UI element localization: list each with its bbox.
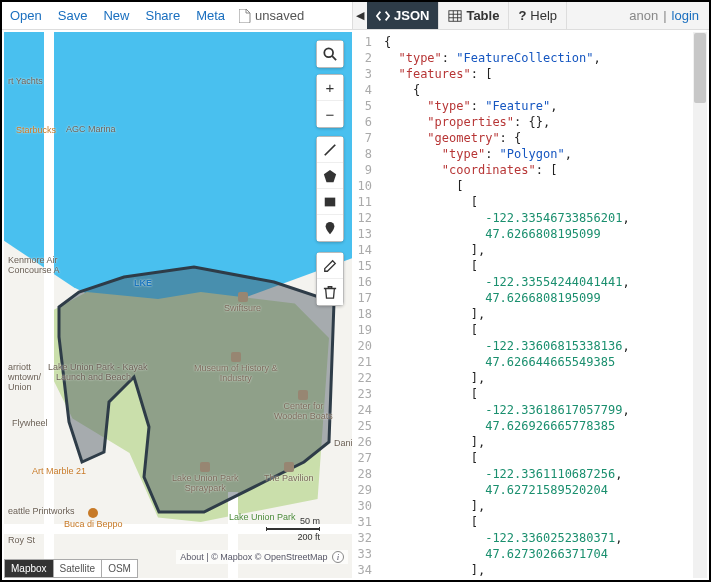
lbl-marriott1: arriott [8, 362, 31, 372]
svg-point-2 [324, 48, 333, 57]
polygon-icon [323, 169, 337, 183]
lbl-kayak1: Lake Union Park - Kayak [48, 362, 148, 372]
file-status: unsaved [233, 8, 310, 23]
search-icon [323, 47, 337, 61]
pane-tabs: ◀ JSON Table ? Help anon | login [352, 2, 709, 29]
map-attribution: About | © Mapbox © OpenStreetMap i [176, 550, 348, 564]
basemap-osm[interactable]: OSM [102, 559, 138, 578]
lbl-artmarble: Art Marble 21 [32, 466, 86, 476]
geojson-polygon[interactable] [4, 32, 352, 578]
lbl-lke: LKE [134, 278, 152, 288]
svg-rect-4 [325, 197, 336, 206]
code-body[interactable]: { "type": "FeatureCollection", "features… [378, 32, 707, 578]
code-pane[interactable]: 1234567891011121314151617181920212223242… [352, 32, 707, 578]
scale-imperial: 200 ft [266, 532, 320, 542]
zoom-in-button[interactable]: + [317, 75, 343, 101]
auth-login[interactable]: login [672, 8, 699, 23]
pane-drag-icon[interactable]: ◀ [353, 2, 367, 29]
tab-json-label: JSON [394, 8, 429, 23]
lbl-kenmore1: Kenmore Air [8, 255, 58, 265]
trash-button[interactable] [317, 279, 343, 305]
menu-new[interactable]: New [95, 2, 137, 30]
scale-metric: 50 m [266, 516, 320, 526]
map-scale: 50 m 200 ft [266, 516, 320, 542]
table-icon [448, 9, 462, 23]
file-status-text: unsaved [255, 8, 304, 23]
lbl-kayak2: Launch and Beach [56, 372, 131, 382]
lbl-roy: Roy St [8, 535, 35, 545]
line-icon [323, 143, 337, 157]
lbl-marriott2: wntown/ [8, 372, 41, 382]
lbl-daniel: Danie [334, 438, 352, 448]
draw-polygon-button[interactable] [317, 163, 343, 189]
menu-open[interactable]: Open [2, 2, 50, 30]
lbl-kenmore2: Concourse A [8, 265, 60, 275]
auth-sep: | [663, 8, 666, 23]
file-bar: Open Save New Share Meta unsaved [2, 2, 352, 29]
scrollbar-thumb[interactable] [694, 33, 706, 103]
basemap-satellite[interactable]: Satellite [54, 559, 103, 578]
line-gutter: 1234567891011121314151617181920212223242… [352, 32, 378, 578]
trash-icon [323, 285, 337, 299]
poi-mohai: Museum of History &Industry [194, 352, 278, 383]
edit-icon [323, 259, 337, 273]
marker-icon [323, 221, 337, 235]
tab-table[interactable]: Table [439, 2, 509, 29]
tab-table-label: Table [466, 8, 499, 23]
edit-button[interactable] [317, 253, 343, 279]
lbl-marriott3: Union [8, 382, 32, 392]
zoom-out-button[interactable]: − [317, 101, 343, 127]
auth-anon: anon [629, 8, 658, 23]
poi-cwb: Center forWooden Boats [274, 390, 333, 421]
lbl-starbucks: Starbucks [16, 125, 56, 135]
map-pane[interactable]: rt Yachts Starbucks AGC Marina Kenmore A… [4, 32, 352, 578]
draw-marker-button[interactable] [317, 215, 343, 241]
lbl-agc: AGC Marina [66, 124, 116, 134]
info-icon[interactable]: i [332, 551, 344, 563]
top-bar: Open Save New Share Meta unsaved ◀ JSON … [2, 2, 709, 30]
workspace: rt Yachts Starbucks AGC Marina Kenmore A… [4, 32, 707, 578]
lbl-flywheel: Flywheel [12, 418, 48, 428]
map-edit-tools [316, 252, 344, 306]
poi-pavilion: The Pavilion [264, 462, 314, 483]
attr-osm[interactable]: © OpenStreetMap [255, 552, 328, 562]
attr-mapbox[interactable]: © Mapbox [211, 552, 252, 562]
tab-help[interactable]: ? Help [509, 2, 567, 29]
file-icon [239, 9, 251, 23]
svg-rect-0 [449, 10, 461, 21]
menu-save[interactable]: Save [50, 2, 96, 30]
basemap-mapbox[interactable]: Mapbox [4, 559, 54, 578]
poi-spray: Lake Union ParkSpraypark [172, 462, 239, 493]
auth: anon | login [619, 2, 709, 29]
draw-rect-button[interactable] [317, 189, 343, 215]
map-zoom: + − [316, 74, 344, 128]
menu-share[interactable]: Share [137, 2, 188, 30]
help-icon: ? [518, 8, 526, 23]
draw-line-button[interactable] [317, 137, 343, 163]
code-icon [376, 9, 390, 23]
map-draw-tools [316, 136, 344, 242]
lbl-yachts: rt Yachts [8, 76, 43, 86]
svg-marker-3 [324, 169, 336, 181]
poi-swiftsure: Swiftsure [224, 292, 261, 313]
menu-meta[interactable]: Meta [188, 2, 233, 30]
map-search [316, 40, 344, 68]
poi-buca: Buca di Beppo [64, 508, 123, 529]
tab-help-label: Help [530, 8, 557, 23]
search-button[interactable] [317, 41, 343, 67]
basemap-switch: Mapbox Satellite OSM [4, 559, 138, 578]
tab-json[interactable]: JSON [367, 2, 439, 29]
attr-about[interactable]: About | [180, 552, 208, 562]
rect-icon [323, 195, 337, 209]
scrollbar-track[interactable] [693, 32, 707, 578]
